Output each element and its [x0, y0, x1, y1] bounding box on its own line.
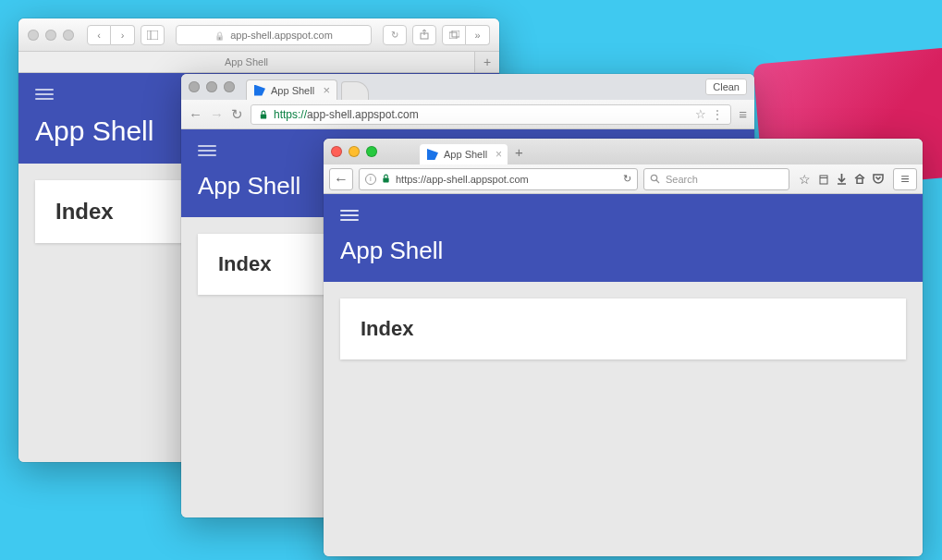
card-heading: Index: [361, 317, 886, 341]
url-text: https://app-shell.appspot.com: [396, 174, 529, 185]
svg-rect-5: [452, 30, 459, 37]
traffic-lights[interactable]: [28, 30, 74, 41]
clean-button[interactable]: Clean: [705, 79, 747, 95]
svg-rect-6: [261, 114, 266, 118]
forward-button[interactable]: ›: [111, 25, 135, 45]
menu-button[interactable]: ≡: [893, 168, 917, 190]
pocket-icon[interactable]: [873, 172, 884, 187]
reload-button[interactable]: ↻: [383, 25, 407, 45]
close-icon[interactable]: [28, 30, 39, 41]
sidebar-button[interactable]: [141, 25, 165, 45]
minimize-icon[interactable]: [45, 30, 56, 41]
back-button[interactable]: ←: [329, 168, 353, 190]
downloads-icon[interactable]: [837, 172, 847, 187]
hamburger-icon[interactable]: [35, 86, 54, 103]
close-tab-icon[interactable]: ×: [495, 148, 502, 161]
zoom-icon[interactable]: [224, 81, 235, 92]
url-bar[interactable]: i https://app-shell.appspot.com ↻: [359, 168, 638, 190]
back-button[interactable]: ←: [189, 106, 202, 122]
tab-label: App Shell: [225, 56, 268, 67]
url-bar[interactable]: https://app-shell.appspot.com ☆ ⋮: [251, 104, 731, 125]
back-button[interactable]: ‹: [87, 25, 111, 45]
site-info-icon[interactable]: i: [365, 174, 376, 185]
close-icon[interactable]: [189, 81, 200, 92]
search-bar[interactable]: Search: [643, 168, 789, 190]
home-icon[interactable]: [854, 172, 865, 187]
firefox-toolbar: ← i https://app-shell.appspot.com ↻ Sear…: [324, 164, 923, 194]
minimize-icon[interactable]: [349, 146, 360, 157]
app-header: App Shell: [324, 194, 923, 282]
overflow-button[interactable]: »: [466, 25, 490, 45]
page-viewport: App Shell Index: [324, 194, 923, 556]
svg-rect-0: [147, 30, 158, 40]
svg-rect-7: [383, 177, 388, 182]
traffic-lights[interactable]: [331, 146, 377, 157]
menu-button[interactable]: ≡: [739, 106, 747, 122]
forward-button[interactable]: →: [210, 106, 224, 122]
url-text: app-shell.appspot.com: [230, 30, 333, 41]
svg-point-8: [651, 175, 656, 180]
minimize-icon[interactable]: [206, 81, 217, 92]
tabs-button[interactable]: [442, 25, 466, 45]
chrome-toolbar: ← → ↻ https://app-shell.appspot.com ☆ ⋮ …: [181, 100, 754, 129]
new-tab-button[interactable]: +: [475, 52, 499, 72]
content-card: Index: [340, 298, 906, 359]
svg-rect-14: [857, 178, 862, 184]
hamburger-icon[interactable]: [340, 207, 359, 224]
favicon-icon: [254, 85, 265, 96]
toolbar-extras: »: [442, 25, 490, 45]
safari-tabbar: App Shell +: [18, 52, 499, 73]
bookmark-star-icon[interactable]: ☆: [695, 107, 706, 121]
favicon-icon: [427, 149, 438, 160]
library-icon[interactable]: [818, 172, 829, 187]
reload-button[interactable]: ↻: [623, 173, 631, 185]
hamburger-icon[interactable]: [198, 142, 216, 159]
nav-buttons: ‹ ›: [87, 25, 135, 45]
tab-active[interactable]: App Shell ×: [246, 79, 337, 100]
url-text: https://app-shell.appspot.com: [274, 108, 419, 121]
zoom-icon[interactable]: [366, 146, 377, 157]
bookmark-star-icon[interactable]: ☆: [799, 172, 811, 187]
reload-button[interactable]: ↻: [231, 106, 243, 123]
tab-label: App Shell: [271, 85, 314, 96]
new-tab-button[interactable]: +: [515, 144, 523, 160]
tab-active[interactable]: App Shell ×: [420, 144, 508, 164]
safari-toolbar: ‹ › app-shell.appspot.com ↻ »: [18, 18, 499, 52]
svg-line-9: [656, 180, 659, 183]
lock-icon: [259, 110, 268, 119]
tab-label: App Shell: [444, 149, 487, 160]
firefox-tabbar: App Shell × +: [324, 139, 923, 164]
app-title: App Shell: [340, 237, 906, 265]
toolbar-icons: ☆: [795, 172, 887, 187]
firefox-window: App Shell × + ← i https://app-shell.apps…: [324, 139, 923, 556]
tab-active[interactable]: App Shell: [18, 52, 475, 72]
zoom-icon[interactable]: [63, 30, 74, 41]
svg-rect-4: [449, 32, 457, 39]
lock-icon: [214, 30, 225, 41]
close-icon[interactable]: [331, 146, 342, 157]
new-tab-affordance[interactable]: [341, 81, 369, 100]
share-button[interactable]: [412, 25, 436, 45]
search-icon: [650, 174, 660, 184]
svg-rect-10: [820, 176, 827, 184]
search-placeholder: Search: [666, 174, 698, 185]
page-menu-icon[interactable]: ⋮: [712, 108, 723, 121]
lock-icon: [382, 174, 390, 185]
chrome-tabbar: App Shell × Clean: [181, 74, 754, 100]
close-tab-icon[interactable]: ×: [324, 84, 331, 96]
traffic-lights[interactable]: [189, 81, 235, 92]
url-bar[interactable]: app-shell.appspot.com: [176, 25, 372, 45]
